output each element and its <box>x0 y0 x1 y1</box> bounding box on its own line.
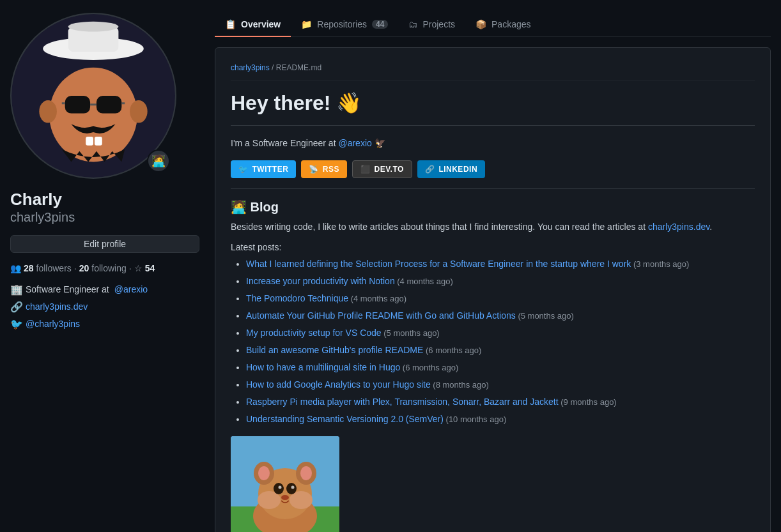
posts-list: What I learned defining the Selection Pr… <box>231 257 755 426</box>
svg-rect-6 <box>97 96 121 114</box>
post-link[interactable]: How to have a multilingual site in Hugo <box>246 362 400 372</box>
breadcrumb-file: README.md <box>276 63 321 72</box>
list-item: Automate Your GitHub Profile README with… <box>246 309 755 323</box>
post-age: (8 months ago) <box>431 380 489 390</box>
social-buttons: 🐦 TWITTER 📡 RSS ⬛ DEV.TO 🔗 LINKEDIN <box>231 160 755 178</box>
tab-repositories[interactable]: 📁 Repositories 44 <box>291 13 398 37</box>
info-twitter: 🐦 @charly3pins <box>10 318 199 330</box>
post-age: (10 months ago) <box>444 414 506 424</box>
rss-button[interactable]: 📡 RSS <box>301 160 347 178</box>
following-label: following <box>91 263 126 273</box>
blog-link[interactable]: charly3pins.dev <box>648 222 709 232</box>
readme-breadcrumb: charly3pins / README.md <box>231 63 755 80</box>
post-link[interactable]: What I learned defining the Selection Pr… <box>246 259 631 269</box>
svg-point-24 <box>281 495 289 500</box>
post-age: (6 months ago) <box>400 363 458 372</box>
readme-divider-2 <box>231 188 755 189</box>
list-item: Build an awesome GitHub's profile README… <box>246 344 755 357</box>
twitter-button[interactable]: 🐦 TWITTER <box>231 160 296 178</box>
tab-projects-label: Projects <box>422 19 455 29</box>
rss-btn-label: RSS <box>323 165 339 174</box>
sidebar: 🧑‍💻 Charly charly3pins Edit profile 👥 28… <box>10 13 199 532</box>
post-link[interactable]: How to add Google Analytics to your Hugo… <box>246 379 431 390</box>
latest-posts-label: Latest posts: <box>231 242 755 252</box>
stars-count[interactable]: 54 <box>145 263 155 273</box>
post-age: (4 months ago) <box>395 277 453 286</box>
twitter-icon: 🐦 <box>10 318 20 330</box>
tab-packages[interactable]: 📦 Packages <box>465 13 541 37</box>
svg-point-22 <box>279 485 282 489</box>
list-item: What I learned defining the Selection Pr… <box>246 257 755 271</box>
star-icon: ☆ <box>134 263 143 273</box>
overview-icon: 📋 <box>225 19 236 29</box>
profile-username: charly3pins <box>10 210 199 225</box>
employer-text: Software Engineer at <box>26 284 109 294</box>
intro-emoji: 🦅 <box>375 138 385 148</box>
status-badge: 🧑‍💻 <box>147 149 170 172</box>
tab-projects[interactable]: 🗂 Projects <box>398 13 465 37</box>
list-item: The Pomodoro Technique (4 months ago) <box>246 292 755 305</box>
list-item: How to have a multilingual site in Hugo … <box>246 361 755 374</box>
building-icon: 🏢 <box>10 284 20 296</box>
blog-section: 🧑‍💻 Blog Besides writing code, I like to… <box>231 199 755 425</box>
list-item: Raspberry Pi media player with Plex, Tra… <box>246 395 755 409</box>
svg-point-4 <box>49 68 137 162</box>
link-icon: 🔗 <box>10 301 20 313</box>
post-link[interactable]: The Pomodoro Technique <box>246 293 348 303</box>
devto-btn-icon: ⬛ <box>360 165 371 174</box>
svg-point-28 <box>300 466 312 480</box>
svg-point-21 <box>286 483 297 494</box>
twitter-link[interactable]: @charly3pins <box>26 319 80 329</box>
linkedin-button[interactable]: 🔗 LINKEDIN <box>417 160 485 178</box>
svg-point-27 <box>258 466 270 480</box>
linkedin-btn-icon: 🔗 <box>425 165 435 174</box>
svg-point-12 <box>39 100 57 123</box>
twitter-btn-icon: 🐦 <box>238 165 249 174</box>
post-link[interactable]: Build an awesome GitHub's profile README <box>246 345 423 355</box>
stats-row: 👥 28 followers · 20 following · ☆ 54 <box>10 263 199 273</box>
list-item: How to add Google Analytics to your Hugo… <box>246 378 755 391</box>
nav-tabs: 📋 Overview 📁 Repositories 44 🗂 Projects … <box>215 13 771 37</box>
list-item: Understanding Semantic Versioning 2.0 (S… <box>246 413 755 426</box>
tab-overview-label: Overview <box>241 19 281 29</box>
post-link[interactable]: Understanding Semantic Versioning 2.0 (S… <box>246 414 444 424</box>
followers-icon: 👥 <box>10 263 21 273</box>
info-list: 🏢 Software Engineer at @arexio 🔗 charly3… <box>10 284 199 330</box>
svg-rect-11 <box>95 137 102 146</box>
stats-separator: · <box>74 263 77 273</box>
twitter-btn-label: TWITTER <box>252 165 289 174</box>
website-link[interactable]: charly3pins.dev <box>26 301 88 312</box>
breadcrumb-separator: / <box>272 63 276 72</box>
devto-button[interactable]: ⬛ DEV.TO <box>352 160 412 178</box>
post-link[interactable]: My productivity setup for VS Code <box>246 328 382 338</box>
tab-repositories-label: Repositories <box>317 19 367 29</box>
post-age: (6 months ago) <box>423 346 481 355</box>
blog-description: Besides writing code, I like to write ar… <box>231 220 755 234</box>
intro-link[interactable]: @arexio <box>338 138 371 148</box>
profile-name: Charly <box>10 189 199 210</box>
post-link[interactable]: Increase your productivity with Notion <box>246 276 395 286</box>
following-count[interactable]: 20 <box>79 263 89 273</box>
list-item: My productivity setup for VS Code (5 mon… <box>246 326 755 340</box>
main-content: 📋 Overview 📁 Repositories 44 🗂 Projects … <box>215 13 771 532</box>
post-age: (9 months ago) <box>559 397 617 407</box>
tab-packages-label: Packages <box>491 19 530 29</box>
post-age: (5 months ago) <box>382 328 440 338</box>
employer-link[interactable]: @arexio <box>114 284 148 294</box>
breadcrumb-user-link[interactable]: charly3pins <box>231 63 270 72</box>
tab-overview[interactable]: 📋 Overview <box>215 13 291 37</box>
post-age: (5 months ago) <box>516 311 574 321</box>
followers-count[interactable]: 28 <box>24 263 34 273</box>
blog-title: 🧑‍💻 Blog <box>231 199 755 215</box>
projects-icon: 🗂 <box>408 19 417 29</box>
edit-profile-button[interactable]: Edit profile <box>10 235 199 253</box>
readme-divider-1 <box>231 125 755 126</box>
linkedin-btn-label: LINKEDIN <box>438 165 477 174</box>
avatar-container: 🧑‍💻 <box>10 13 176 179</box>
rss-btn-icon: 📡 <box>309 165 319 174</box>
repositories-icon: 📁 <box>301 19 312 29</box>
followers-label: followers <box>36 263 72 273</box>
svg-rect-5 <box>65 96 90 114</box>
post-link[interactable]: Automate Your GitHub Profile README with… <box>246 310 516 321</box>
post-link[interactable]: Raspberry Pi media player with Plex, Tra… <box>246 397 559 407</box>
